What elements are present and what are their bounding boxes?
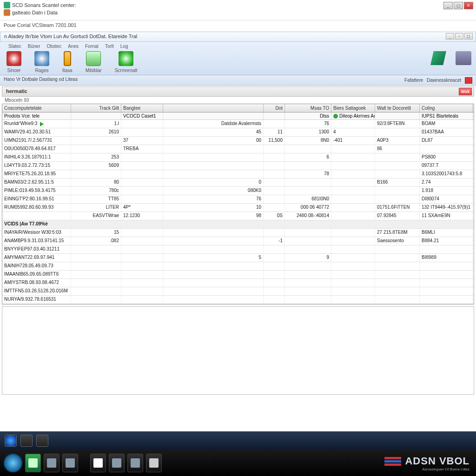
column-header[interactable]: Bangtee <box>121 104 163 112</box>
ribbon-item[interactable]: Itasa <box>62 51 73 73</box>
menu-bar-text: n Aladey Itn'bie Vtom Lun Av Gortucli Do… <box>4 33 137 39</box>
app-icon-2 <box>4 9 10 16</box>
status-orb-icon[interactable] <box>5 435 17 447</box>
child-maximize-button[interactable]: ▢ <box>464 33 473 40</box>
info-bar: Hano Vr Dotbale Dastiang od Liteas Fafat… <box>0 75 476 86</box>
panel-title: hermatic <box>6 88 27 94</box>
filter-cell[interactable]: Dileop Akrrnes Artirler <box>331 112 375 119</box>
ribbon-item-label: Scrmrenatt <box>115 68 138 73</box>
table-row[interactable]: EINNGT'P2:80.16.99.51TT8576681I0N0DI8007… <box>2 195 474 204</box>
table-row[interactable]: VCIDS |Aw T7.09%è <box>2 220 474 229</box>
table-row[interactable]: UIMN2191.7/.2.567731370011,5008N0-401A0P… <box>2 137 474 145</box>
column-header[interactable]: Coscomputetelate <box>2 104 71 112</box>
table-row[interactable]: AMIYSTRB.08.93.88.4672 <box>2 279 474 287</box>
ribbon-tab[interactable]: Fornat <box>85 44 99 49</box>
ribbon-tab[interactable]: Büner <box>28 44 40 49</box>
filter-cell[interactable]: IUPS1 Blarteteals <box>420 112 473 119</box>
child-restore-button[interactable]: ▫ <box>455 33 463 40</box>
filter-cell[interactable]: VCOCD Caset1 <box>121 112 163 119</box>
table-row[interactable]: WAMIV29.41.20.30.51261045111300401437BAA <box>2 128 474 137</box>
grid-filter-row[interactable]: Prodots Vce: teleVCOCD Caset1DtssDileop … <box>2 112 474 120</box>
start-button[interactable] <box>4 454 22 472</box>
brand-subtitle: Asroszequan Of Bvera l:dtes <box>384 467 469 471</box>
table-row[interactable]: IMAANIB65.09.65.089TT6 <box>2 271 474 279</box>
taskbar-button-active[interactable] <box>25 454 41 472</box>
table-row[interactable]: BAMN03/2:2.62.95.11:5800B1662.74 <box>2 178 474 187</box>
taskbar-button-6[interactable] <box>127 454 143 472</box>
ribbon-right-icon-1[interactable] <box>430 51 446 65</box>
table-row[interactable]: O0UO050D78.49.64.817TREBA86 <box>2 145 474 153</box>
taskbar-button-7[interactable] <box>146 454 162 472</box>
ribbon-tab[interactable]: Obstec <box>46 44 61 49</box>
filter-cell[interactable]: Dtss <box>285 112 331 119</box>
ribbon-right-icon-2[interactable] <box>456 51 471 65</box>
minimize-button[interactable]: _ <box>443 2 453 9</box>
filter-cell[interactable]: Prodots Vce: tele <box>2 112 71 119</box>
table-row[interactable]: BNYYIFEP97.03.40.31211 <box>2 245 474 254</box>
table-row[interactable]: EASVTWrae12.1230980S24II0 08-:4081407.92… <box>2 212 474 220</box>
title-line-2: gatteato Datn i Data <box>12 10 58 15</box>
table-row[interactable]: RUM05992.80.60.99.93LITER4P*10000 06 407… <box>2 204 474 212</box>
subtitle-bar: Poue Corial VCSteam 7201.001 <box>0 20 476 32</box>
taskbar-button-4[interactable] <box>90 454 106 472</box>
info-bar-link-1[interactable]: Fafattere <box>404 78 423 83</box>
ribbon-tab[interactable]: Torlt <box>105 44 114 49</box>
table-row[interactable]: IMTTFN5.03.26.5128.20.016M <box>2 287 474 296</box>
status-button-2[interactable] <box>36 435 48 447</box>
ribbon-item-icon <box>86 51 101 66</box>
taskbar: ADSN VBOL Asroszequan Of Bvera l:dtes <box>0 450 476 476</box>
subtitle-text: Poue Corial VCSteam 7201.001 <box>4 22 77 28</box>
ribbon-item[interactable]: Scrmrenatt <box>115 51 138 73</box>
column-header[interactable]: Walt te Docoretil <box>375 104 420 112</box>
ribbon-toolbar: SlatecBünerObstecAnesFornatTorltLog Sino… <box>0 42 476 75</box>
taskbar-button-5[interactable] <box>109 454 125 472</box>
info-bar-link-2[interactable]: Dawnesskreacet <box>427 78 461 83</box>
title-line-1: SCD Sonars Scantel center: <box>12 2 76 8</box>
table-row[interactable]: NURYA/9.932.78.616531 <box>2 296 474 304</box>
status-bar <box>0 431 476 450</box>
taskbar-button-2[interactable] <box>44 454 60 472</box>
brand-name: ADSN VBOL <box>405 455 469 467</box>
ribbon-item-label: Rages <box>35 68 49 73</box>
child-minimize-button[interactable]: _ <box>446 33 454 40</box>
ribbon-item[interactable]: Mibiblar <box>86 51 102 73</box>
ribbon-tab[interactable]: Log <box>120 44 128 49</box>
table-row[interactable]: Rrunldr'Wlrie9:31.lDatdste Avalermsts769… <box>2 120 474 128</box>
info-bar-left: Hano Vr Dotbale Dastiang od Liteas <box>4 77 78 84</box>
ribbon-item[interactable]: Rages <box>34 51 49 73</box>
maximize-button[interactable]: ▢ <box>454 2 463 9</box>
ribbon-item-label: Mibiblar <box>86 68 102 73</box>
column-header[interactable]: Coling <box>420 104 473 112</box>
taskbar-button-3[interactable] <box>62 454 78 472</box>
table-row[interactable]: MRIYETE75.26.20.18.95783.103S2001743:5.8 <box>2 170 474 178</box>
filter-cell[interactable] <box>264 112 285 119</box>
table-row[interactable]: AMYMANT22.69.97.94159BI8989 <box>2 254 474 262</box>
menu-bar: n Aladey Itn'bie Vtom Lun Av Gortucli Do… <box>0 32 476 42</box>
panel-subheader: Mbocetn 93 <box>0 97 476 104</box>
table-row[interactable]: ANAMBP9.9.31.03.97141.15.082-1Saessosent… <box>2 237 474 245</box>
table-row[interactable]: INAYAIR/Wesisor W30:5:031527 215.8TE8MB6… <box>2 229 474 237</box>
ribbon-item-icon <box>7 51 21 66</box>
column-header[interactable]: Dot <box>264 104 285 112</box>
column-header[interactable]: Biers Satiagoek <box>331 104 375 112</box>
ribbon-item-icon <box>34 51 49 66</box>
table-row[interactable]: INIHIL4:3.26.187911:12536PS800 <box>2 153 474 162</box>
column-header[interactable]: Msas TO <box>285 104 331 112</box>
table-row[interactable]: PIMLE:019.49.59.3.4175780c080K01.918 <box>2 187 474 195</box>
panel-close-button[interactable]: Wxk <box>459 88 472 95</box>
column-header[interactable]: Track Gilt <box>71 104 121 112</box>
ribbon-tab[interactable]: Slatec <box>8 44 21 49</box>
info-bar-close-icon[interactable] <box>465 77 472 84</box>
table-row[interactable]: L04YT9.03.2.72.73:15560909737.T <box>2 162 474 170</box>
filter-cell[interactable] <box>163 112 264 119</box>
close-button[interactable]: ✕ <box>464 2 473 9</box>
ribbon-tab[interactable]: Anes <box>68 44 79 49</box>
status-button-1[interactable] <box>20 435 33 447</box>
table-row[interactable]: BAINIH728.05.49.09.73 <box>2 262 474 271</box>
app-titlebar: SCD Sonars Scantel center: gatteato Datn… <box>0 0 476 20</box>
filter-cell[interactable] <box>71 112 121 119</box>
ribbon-item[interactable]: Sinoer <box>7 51 21 73</box>
filter-cell[interactable] <box>375 112 420 119</box>
column-header[interactable] <box>163 104 264 112</box>
ribbon-item-label: Sinoer <box>7 68 21 73</box>
